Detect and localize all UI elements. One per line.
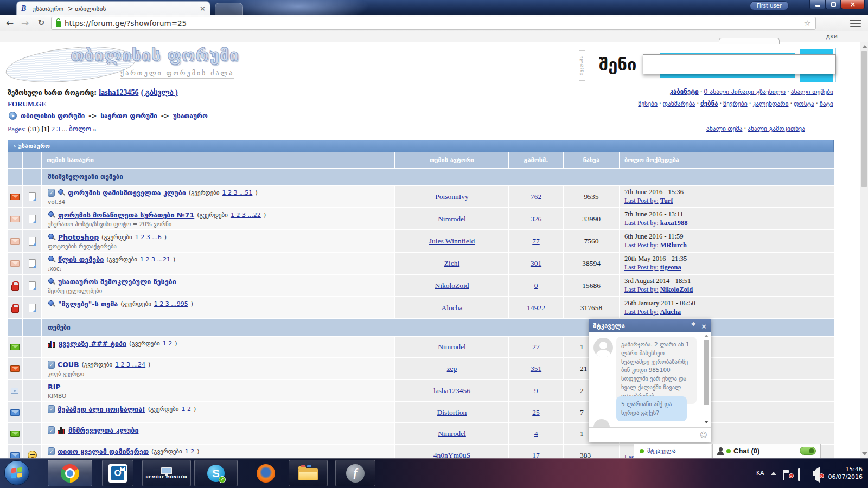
topic-link[interactable]: COUB: [58, 361, 79, 369]
search-link[interactable]: ძებნა: [700, 100, 718, 107]
chat-close-icon[interactable]: ×: [701, 322, 707, 330]
rules-link[interactable]: წესები: [638, 100, 658, 107]
volume-muted-icon[interactable]: ×: [813, 470, 822, 477]
replies-link[interactable]: 301: [531, 259, 541, 268]
new-posts-envelope-icon[interactable]: [10, 409, 20, 416]
autocomplete-dropdown[interactable]: [643, 54, 836, 74]
last-post-label[interactable]: Last Post by:: [624, 241, 659, 249]
author-link[interactable]: lasha123456: [433, 387, 470, 395]
new-poll-button[interactable]: ახალი გამოკითხვა: [748, 125, 805, 132]
last-post-user[interactable]: tigeona: [660, 264, 681, 271]
browser-tab[interactable]: B უსათაურო -> თბილისის ×: [16, 1, 210, 15]
chat-partner-link[interactable]: მტკაველა: [593, 322, 691, 330]
last-page-link[interactable]: ბოლო »: [69, 125, 97, 133]
reload-button[interactable]: ↻: [35, 17, 48, 30]
read-envelope-icon[interactable]: [10, 216, 20, 222]
mail-link[interactable]: ფოსტა: [794, 100, 814, 107]
topic-link[interactable]: მნმრეველთა კლუბი: [68, 426, 138, 434]
last-post-label[interactable]: Last Post by:: [624, 197, 659, 204]
topic-link[interactable]: ფორუმის ღამისმთეველთა კლუბი: [68, 189, 186, 197]
last-post-user[interactable]: Turf: [660, 197, 673, 204]
members-link[interactable]: წევრები: [723, 100, 748, 107]
chat-scrollbar[interactable]: [703, 333, 710, 425]
replies-link[interactable]: 9: [534, 387, 538, 395]
last-post-label[interactable]: Last Post by:: [624, 308, 659, 316]
new-tab-button[interactable]: [215, 3, 243, 15]
help-link[interactable]: დახმარება: [663, 100, 695, 107]
chat-settings-icon[interactable]: *: [691, 321, 695, 331]
scrollbar-thumb[interactable]: [704, 340, 709, 405]
topic-pages-links[interactable]: 1 2 3 ...6: [135, 234, 162, 241]
topic-pages-links[interactable]: 1 2 3 ...51: [222, 189, 252, 196]
bookmark-star-icon[interactable]: ☆: [804, 18, 811, 28]
taskbar-outlook-button[interactable]: O: [102, 460, 133, 486]
network-icon[interactable]: [798, 470, 807, 477]
topic-pages-links[interactable]: 1 2 3 ...995: [154, 300, 188, 307]
home-link[interactable]: FORUM.GE: [8, 100, 46, 108]
new-topic-button[interactable]: ახალი თემა: [706, 125, 742, 132]
url-text[interactable]: https://forum.ge/?showforum=25: [65, 19, 800, 28]
author-link[interactable]: PoisonnIvy: [435, 192, 469, 201]
new-posts-envelope-icon[interactable]: [10, 452, 20, 459]
checkbox-icon[interactable]: ✓: [48, 361, 55, 369]
browser-menu-icon[interactable]: [850, 18, 861, 28]
breadcrumb-play-icon[interactable]: [9, 112, 17, 120]
emoji-picker-icon[interactable]: ☺: [699, 431, 707, 439]
new-topics-link[interactable]: ახალი თემები: [791, 88, 833, 95]
topic-pages-links[interactable]: 1 2: [181, 406, 191, 413]
forward-button[interactable]: →: [18, 17, 31, 30]
action-center-flag-icon[interactable]: ×: [783, 470, 792, 477]
author-link[interactable]: Jules Winnfield: [429, 237, 475, 246]
new-posts-envelope-icon[interactable]: [10, 344, 20, 350]
back-button[interactable]: ←: [3, 17, 16, 30]
taskbar-skype-button[interactable]: S✓: [194, 460, 238, 486]
topic-link[interactable]: წლის თემები: [58, 255, 104, 264]
replies-link[interactable]: 27: [532, 343, 540, 351]
topic-link[interactable]: უსათაუროს შემოკლებული წესები: [58, 278, 176, 286]
scroll-down-icon[interactable]: [862, 452, 867, 455]
address-bar[interactable]: https://forum.ge/?showforum=25 ☆: [51, 17, 816, 30]
page-2-link[interactable]: 2: [52, 125, 55, 133]
no-new-posts-envelope-icon[interactable]: [11, 388, 18, 394]
topic-link[interactable]: თითო ყველამ დამიწერეთ: [58, 447, 149, 455]
taskbar-flash-button[interactable]: f: [335, 460, 375, 486]
last-post-label[interactable]: Last Post by:: [624, 219, 659, 227]
taskbar-chrome-button[interactable]: [48, 460, 92, 486]
hot-new-posts-envelope-icon[interactable]: [10, 365, 20, 372]
read-envelope-icon[interactable]: [10, 238, 20, 245]
taskbar-remote-monitor-button[interactable]: REMOTE MONITOR: [142, 460, 191, 486]
breadcrumb-current[interactable]: უსათაურო: [173, 112, 208, 120]
checkbox-icon[interactable]: ✓: [48, 426, 55, 434]
last-post-label[interactable]: Last Post by:: [624, 286, 659, 293]
chat-popup-header[interactable]: მტკაველა * ×: [589, 319, 711, 332]
author-link[interactable]: Nimrodel: [438, 343, 466, 351]
minimize-button[interactable]: [809, 0, 826, 9]
new-posts-envelope-icon[interactable]: [10, 431, 20, 437]
scroll-up-icon[interactable]: [862, 45, 867, 48]
replies-link[interactable]: 25: [532, 408, 540, 417]
last-post-label[interactable]: Last Post by:: [624, 264, 659, 271]
chat-toggle[interactable]: [800, 447, 816, 455]
taskbar-firefox-button[interactable]: [248, 460, 283, 486]
profile-button[interactable]: First user: [750, 1, 789, 10]
last-post-user[interactable]: NikoloZoid: [660, 286, 693, 293]
topic-link[interactable]: RIP: [48, 383, 60, 391]
checkbox-icon[interactable]: ✓: [48, 189, 55, 197]
last-post-user[interactable]: MRlurch: [660, 241, 687, 249]
page-3-link[interactable]: 3: [56, 125, 60, 133]
last-post-user[interactable]: kaxa1988: [660, 219, 688, 227]
topic-link[interactable]: მუჰამედ ალი ცოცხალია!: [58, 405, 145, 413]
clock[interactable]: 15:46 06/07/2016: [828, 466, 863, 481]
author-link[interactable]: Distortion: [437, 408, 467, 417]
topic-link[interactable]: ყველაზე ### ტიპი: [59, 339, 126, 348]
tab-close-icon[interactable]: ×: [200, 4, 206, 12]
topic-link[interactable]: ფორუმის მონაწილეთა სურათები №71: [58, 211, 194, 219]
author-link[interactable]: Alucha: [442, 304, 463, 312]
replies-link[interactable]: 77: [532, 237, 540, 246]
replies-link[interactable]: 0: [534, 281, 538, 290]
breadcrumb-forum-root[interactable]: თბილისის ფორუმი: [21, 112, 85, 120]
topic-pages-links[interactable]: 1 2: [163, 340, 173, 347]
start-button[interactable]: [4, 460, 29, 485]
maximize-button[interactable]: [826, 0, 841, 9]
chat-bar[interactable]: Chat (0): [712, 444, 821, 458]
